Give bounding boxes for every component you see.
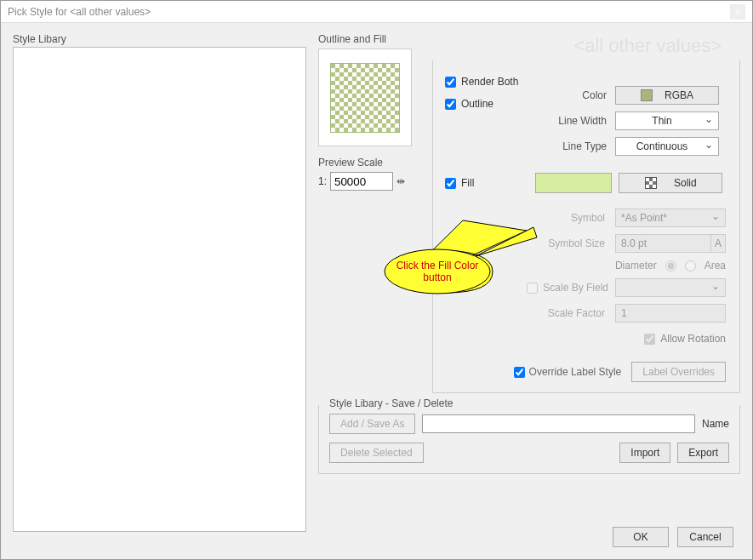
fill-checkbox[interactable] [445, 178, 456, 189]
render-both-checkbox[interactable] [445, 77, 456, 88]
preview-box [318, 49, 412, 146]
line-width-select[interactable]: Thin [615, 111, 719, 130]
library-listbox[interactable] [13, 47, 306, 532]
fill-pattern-button[interactable]: Solid [619, 173, 722, 193]
diameter-area-row: Diameter Area [445, 260, 726, 271]
symbol-select: *As Point* [615, 209, 726, 227]
symbol-section: Symbol *As Point* Symbol Size 8.0 pt A D… [445, 209, 726, 345]
right-column: <all other values> Outline and Fill [306, 33, 740, 532]
watermark-text: <all other values> [573, 35, 722, 57]
outline-fill-label: Outline and Fill [318, 33, 427, 45]
name-label: Name [702, 418, 729, 430]
scale-by-field-label: Scale By Field [543, 282, 608, 294]
allow-rotation-label: Allow Rotation [660, 333, 726, 345]
symbol-size-input: 8.0 pt [615, 234, 711, 253]
line-width-label: Line Width [547, 115, 615, 127]
outline-color-swatch-icon [641, 89, 653, 101]
scale-by-field-checkbox [527, 283, 538, 294]
content-area: Style Libary <all other values> Outline … [1, 23, 752, 542]
titlebar: Pick Style for <all other values> × [1, 1, 752, 23]
preview-column: Outline and Fill [318, 33, 427, 393]
allow-rotation-checkbox [644, 334, 655, 345]
dialog-buttons: OK Cancel [613, 527, 733, 547]
preview-scale-section: Preview Scale 1: ⇹ [318, 157, 427, 191]
area-radio [685, 260, 696, 271]
cancel-button[interactable]: Cancel [677, 527, 733, 547]
window-title: Pick Style for <all other values> [8, 1, 151, 23]
override-row: Override Label Style Label Overrides [445, 362, 726, 382]
export-button[interactable]: Export [677, 443, 729, 463]
scale-input[interactable] [330, 172, 393, 191]
dialog-window: Pick Style for <all other values> × Styl… [0, 0, 753, 560]
fill-pattern-text: Solid [674, 177, 697, 189]
library-column: Style Libary [13, 33, 306, 532]
style-name-input[interactable] [422, 414, 695, 433]
scale-by-field-select [615, 278, 726, 297]
label-overrides-button[interactable]: Label Overrides [631, 362, 726, 382]
line-width-value: Thin [652, 115, 671, 127]
checker-preview-icon [330, 63, 400, 133]
diameter-label: Diameter [615, 260, 657, 271]
library-label: Style Libary [13, 33, 306, 45]
save-panel-legend: Style Libary - Save / Delete [326, 397, 456, 409]
override-label-style-checkbox[interactable] [514, 367, 525, 378]
scale-lock-icon[interactable]: ⇹ [396, 175, 405, 187]
delete-selected-button[interactable]: Delete Selected [329, 443, 424, 463]
fill-row: Fill Solid [445, 173, 726, 193]
area-label: Area [705, 260, 726, 271]
fill-label: Fill [461, 177, 474, 189]
scale-factor-input: 1 [615, 304, 726, 323]
outline-label: Outline [461, 98, 493, 110]
symbol-size-label: Symbol Size [445, 237, 608, 249]
override-label-style-text: Override Label Style [529, 366, 622, 378]
ok-button[interactable]: OK [613, 527, 669, 547]
color-label: Color [547, 89, 615, 101]
import-button[interactable]: Import [619, 443, 670, 463]
svg-rect-3 [331, 64, 399, 132]
pattern-swatch-icon [645, 177, 657, 189]
close-icon[interactable]: × [730, 4, 745, 20]
render-both-label: Render Both [461, 76, 518, 88]
scale-prefix: 1: [318, 175, 327, 187]
preview-scale-label: Preview Scale [318, 157, 427, 169]
line-type-select[interactable]: Continuous [615, 137, 719, 156]
outline-color-button[interactable]: RGBA [615, 86, 719, 105]
symbol-size-suffix: A [710, 234, 726, 253]
diameter-radio [665, 260, 676, 271]
fill-color-button[interactable] [535, 173, 612, 193]
scale-factor-label: Scale Factor [445, 307, 608, 319]
line-type-label: Line Type [547, 140, 615, 152]
line-type-value: Continuous [636, 140, 688, 152]
top-row: Outline and Fill [318, 33, 740, 393]
save-panel: Style Libary - Save / Delete Add / Save … [318, 405, 740, 474]
symbol-label: Symbol [445, 212, 608, 224]
outline-checkbox[interactable] [445, 99, 456, 110]
outline-color-text: RGBA [665, 89, 693, 101]
outline-form: Color RGBA Line Width Thin [445, 86, 726, 156]
style-panel: Render Both Outline Color RGBA [432, 60, 740, 393]
add-save-as-button[interactable]: Add / Save As [329, 414, 415, 434]
